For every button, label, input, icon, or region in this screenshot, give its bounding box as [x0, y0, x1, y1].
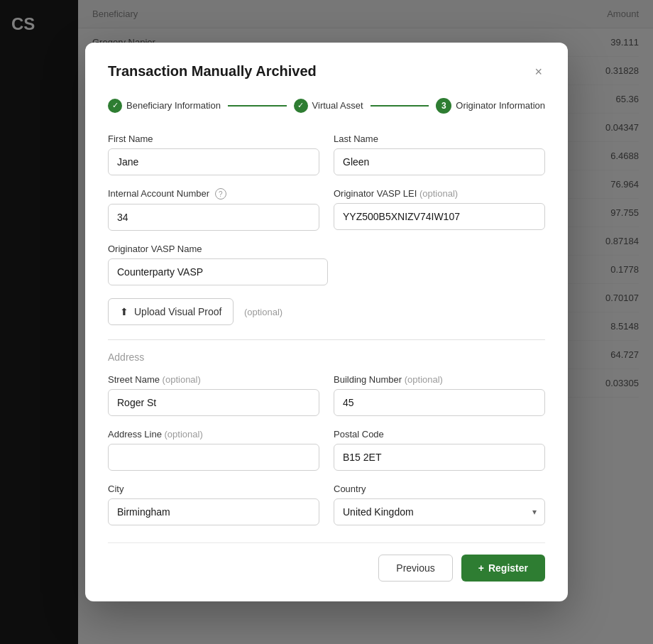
- modal-overlay: Transaction Manually Archived × ✓ Benefi…: [0, 0, 653, 644]
- last-name-group: Last Name: [334, 133, 545, 175]
- step-1: ✓ Beneficiary Information: [108, 99, 221, 113]
- vasp-name-label: Originator VASP Name: [108, 244, 328, 254]
- first-name-group: First Name: [108, 133, 319, 175]
- address-line-group: Address Line (optional): [108, 429, 319, 471]
- street-name-label: Street Name (optional): [108, 374, 319, 385]
- upload-button[interactable]: ⬆ Upload Visual Proof: [108, 298, 234, 325]
- postal-code-group: Postal Code: [334, 429, 545, 471]
- step2-check-icon: ✓: [294, 99, 308, 113]
- city-label: City: [108, 484, 319, 494]
- building-number-group: Building Number (optional): [334, 374, 545, 416]
- modal-dialog: Transaction Manually Archived × ✓ Benefi…: [85, 43, 568, 602]
- city-country-row: City Country United Kingdom United State…: [108, 484, 545, 525]
- building-number-input[interactable]: [334, 389, 545, 416]
- info-icon: ?: [215, 188, 226, 200]
- stepper: ✓ Beneficiary Information ✓ Virtual Asse…: [108, 98, 545, 114]
- upload-section: ⬆ Upload Visual Proof (optional): [108, 298, 545, 328]
- postal-code-label: Postal Code: [334, 429, 545, 440]
- step3-number: 3: [436, 98, 451, 114]
- step-line-1: [228, 105, 287, 107]
- previous-button[interactable]: Previous: [378, 555, 452, 582]
- building-number-label: Building Number (optional): [334, 374, 545, 385]
- account-lei-row: Internal Account Number ? Originator VAS…: [108, 188, 545, 231]
- street-name-input[interactable]: [108, 389, 319, 416]
- country-select[interactable]: United Kingdom United States Germany Fra…: [334, 498, 545, 525]
- register-button[interactable]: + Register: [461, 555, 545, 582]
- address-line-input[interactable]: [108, 444, 319, 471]
- upload-label: Upload Visual Proof: [134, 306, 221, 317]
- section-divider: [108, 339, 545, 340]
- vasp-name-row: Originator VASP Name: [108, 244, 545, 285]
- address-section-title: Address: [108, 351, 545, 363]
- first-name-label: First Name: [108, 133, 319, 144]
- vasp-name-group: Originator VASP Name: [108, 244, 328, 285]
- country-group: Country United Kingdom United States Ger…: [334, 484, 545, 525]
- city-group: City: [108, 484, 319, 525]
- vasp-lei-group: Originator VASP LEI (optional): [334, 188, 545, 231]
- step1-label: Beneficiary Information: [126, 100, 221, 111]
- step-line-2: [371, 105, 429, 107]
- address-postal-row: Address Line (optional) Postal Code: [108, 429, 545, 471]
- city-input[interactable]: [108, 498, 319, 525]
- step2-label: Virtual Asset: [312, 100, 363, 111]
- plus-icon: +: [478, 562, 484, 574]
- street-name-group: Street Name (optional): [108, 374, 319, 416]
- upload-icon: ⬆: [120, 306, 128, 317]
- step-2: ✓ Virtual Asset: [294, 99, 363, 113]
- country-select-wrapper: United Kingdom United States Germany Fra…: [334, 498, 545, 525]
- vasp-lei-input[interactable]: [334, 203, 545, 230]
- internal-account-group: Internal Account Number ?: [108, 188, 319, 231]
- address-line-label: Address Line (optional): [108, 429, 319, 440]
- last-name-label: Last Name: [334, 133, 545, 144]
- vasp-name-input[interactable]: [108, 258, 328, 285]
- vasp-lei-label: Originator VASP LEI (optional): [334, 188, 545, 199]
- last-name-input[interactable]: [334, 148, 545, 175]
- modal-title: Transaction Manually Archived: [108, 63, 317, 80]
- step-3: 3 Originator Information: [436, 98, 545, 114]
- modal-header: Transaction Manually Archived ×: [108, 62, 545, 81]
- close-button[interactable]: ×: [532, 62, 545, 81]
- register-label: Register: [488, 562, 528, 574]
- first-name-input[interactable]: [108, 148, 319, 175]
- country-label: Country: [334, 484, 545, 494]
- name-row: First Name Last Name: [108, 133, 545, 175]
- internal-account-label: Internal Account Number ?: [108, 188, 319, 200]
- step1-check-icon: ✓: [108, 99, 122, 113]
- upload-optional: (optional): [244, 307, 282, 317]
- step3-label: Originator Information: [456, 100, 545, 111]
- street-building-row: Street Name (optional) Building Number (…: [108, 374, 545, 416]
- internal-account-input[interactable]: [108, 204, 319, 231]
- modal-footer: Previous + Register: [108, 542, 545, 582]
- postal-code-input[interactable]: [334, 444, 545, 471]
